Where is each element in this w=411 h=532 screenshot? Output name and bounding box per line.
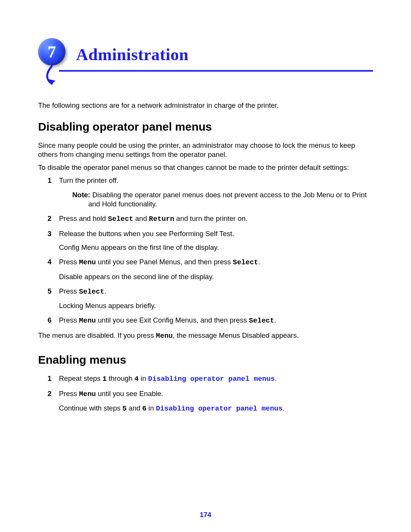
key-select: Select (233, 259, 258, 267)
step-text-post: . (275, 374, 277, 382)
step-text-pre: Press (59, 258, 79, 266)
step-number: 6 (48, 316, 51, 325)
step-text-mid2: in (139, 374, 148, 382)
step-text-post: until you see Enable. (96, 390, 163, 398)
section2-steps: 1 Repeat steps 1 through 4 in Disabling … (38, 374, 373, 414)
chapter-rule (38, 66, 373, 81)
key-menu: Menu (79, 390, 96, 398)
display-msg: Menus Disabled (219, 331, 269, 339)
key-select: Select (249, 317, 274, 325)
step-number: 1 (48, 374, 51, 383)
step-text-mid: until you see Exit Config Menus, and the… (96, 316, 249, 324)
body: The following sections are for a network… (38, 97, 373, 419)
ref-step-4: 4 (134, 375, 139, 383)
note-text: Disabling the operator panel menus does … (88, 191, 366, 208)
key-menu: Menu (79, 317, 96, 325)
step-text-pre: Press (59, 287, 79, 295)
sub-mid2: in (147, 404, 156, 412)
step-2: 2 Press and hold Select and Return and t… (38, 214, 373, 224)
xref-disabling-menus[interactable]: Disabling operator panel menus (148, 375, 275, 383)
page: 7 Administration The following sections … (0, 0, 411, 532)
content-area: 7 Administration The following sections … (38, 38, 373, 84)
closing-pre: The menus are disabled. If you press (38, 331, 156, 339)
step-2-sub: Continue with steps 5 and 6 in Disabling… (59, 404, 373, 414)
section1-para1: Since many people could be using the pri… (38, 141, 373, 159)
step-4-sub: Disable appears on the second line of th… (59, 272, 373, 281)
intro-paragraph: The following sections are for a network… (38, 101, 373, 110)
step-5: 5 Press Select. Locking Menus appears br… (38, 287, 373, 310)
display-msg: Panel Menus (139, 258, 180, 266)
step-number: 5 (48, 287, 51, 296)
ref-step-6: 6 (142, 405, 147, 413)
step-text-post: and turn the printer on. (174, 214, 247, 222)
display-msg: Performing Self Test (169, 230, 232, 238)
chapter-header: 7 Administration (38, 38, 373, 84)
chapter-badge: 7 (38, 38, 65, 66)
step-1: 1 Repeat steps 1 through 4 in Disabling … (38, 374, 373, 384)
key-select: Select (79, 288, 104, 296)
step-6: 6 Press Menu until you see Exit Config M… (38, 316, 373, 326)
section1-steps: 1 Turn the printer off. Note: Disabling … (38, 176, 373, 326)
section1-para2: To disable the operator panel menus so t… (38, 163, 373, 172)
step-5-sub: Locking Menus appears briefly. (59, 301, 373, 310)
ref-step-5: 5 (123, 405, 127, 413)
section-heading-disabling: Disabling operator panel menus (38, 119, 373, 134)
xref-disabling-menus[interactable]: Disabling operator panel menus (156, 405, 283, 413)
step-number: 3 (48, 229, 51, 238)
step-text-pre: Repeat steps (59, 374, 102, 382)
closing-mid: , the message (173, 331, 219, 339)
sub-mid: and (127, 404, 142, 412)
ref-step-1: 1 (102, 375, 107, 383)
step-2: 2 Press Menu until you see Enable. Conti… (38, 389, 373, 414)
step-number: 2 (48, 389, 51, 398)
key-select: Select (108, 215, 134, 223)
step-text-pre: Press and hold (59, 214, 108, 222)
step-text-pre: Press (59, 316, 79, 324)
page-number: 174 (0, 511, 411, 519)
sub-pre: Continue with steps (59, 404, 123, 412)
note-block: Note: Disabling the operator panel menus… (72, 190, 373, 209)
step-text-mid2: , and then press (180, 258, 233, 266)
chapter-number: 7 (48, 42, 56, 62)
step-text-post: . (258, 258, 260, 266)
step-text: Turn the printer off. (59, 176, 118, 184)
step-4: 4 Press Menu until you see Panel Menus, … (38, 257, 373, 281)
step-text-mid: through (107, 374, 134, 382)
step-text-post: . (232, 230, 234, 238)
step-text-post: . (104, 287, 106, 295)
key-menu: Menu (79, 259, 96, 267)
key-menu: Menu (156, 332, 173, 340)
sub-post: . (283, 404, 285, 412)
section-heading-enabling: Enabling menus (38, 352, 373, 367)
step-text-mid: and (133, 214, 149, 222)
step-number: 4 (48, 257, 51, 267)
step-3-sub: Config Menu appears on the first line of… (59, 243, 373, 252)
step-text-mid: until you see (96, 258, 139, 266)
key-return: Return (149, 215, 174, 223)
section1-closing: The menus are disabled. If you press Men… (38, 331, 373, 341)
step-1: 1 Turn the printer off. Note: Disabling … (38, 176, 373, 209)
step-3: 3 Release the buttons when you see Perfo… (38, 229, 373, 252)
step-number: 2 (48, 214, 51, 223)
step-text-pre: Press (59, 390, 79, 398)
step-text-post: . (274, 316, 276, 324)
step-text-pre: Release the buttons when you see (59, 230, 169, 238)
display-msg: Locking Menus (59, 302, 106, 310)
chapter-title: Administration (76, 45, 188, 64)
step-5-sub-post: appears briefly. (106, 302, 156, 310)
chapter-badge-circle: 7 (38, 38, 65, 66)
closing-post: appears. (269, 331, 299, 339)
step-number: 1 (48, 176, 51, 185)
note-label: Note: (72, 191, 90, 199)
